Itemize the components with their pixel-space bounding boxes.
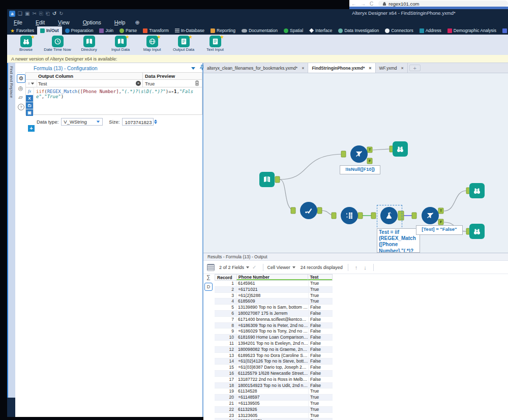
menu-options[interactable]: Options <box>76 18 108 26</box>
category-tab-spatial[interactable]: Spatial <box>281 26 306 35</box>
palette-tool-text-input[interactable]: ★Text Input <box>199 35 231 55</box>
data-view-icon[interactable]: D <box>204 283 213 291</box>
table-row[interactable]: 2+6171021True <box>215 287 333 293</box>
palette-tool-map-input[interactable]: ★Map Input <box>136 35 168 55</box>
category-tab-in-database[interactable]: In-Database <box>172 26 207 35</box>
table-row[interactable]: 16145961True <box>215 281 333 287</box>
test-column-header[interactable]: Test <box>308 275 332 280</box>
browser-address-bar[interactable]: regex101.com <box>378 1 508 7</box>
category-tab-connectors[interactable]: Connectors <box>382 26 416 35</box>
table-row[interactable]: 46185609True <box>215 298 333 305</box>
add-column-button[interactable]: + <box>28 125 35 132</box>
close-tab-icon[interactable]: × <box>369 66 371 71</box>
row-chevron-icon[interactable] <box>31 82 34 84</box>
scroll-up-icon[interactable]: ↑ <box>355 264 358 271</box>
new-workflow-icon[interactable]: ❏ <box>18 10 22 17</box>
connection[interactable] <box>280 154 345 179</box>
palette-tool-date-time-now[interactable]: ★Date Time Now <box>42 35 73 55</box>
clear-field-icon[interactable]: × <box>136 81 141 86</box>
table-row[interactable]: 21+61139505True <box>215 401 333 407</box>
record-column-header[interactable]: Record <box>215 275 236 280</box>
browser-forward-icon[interactable]: → <box>361 1 366 7</box>
workflow-tab[interactable]: FindStringinPhone.yxmd*× <box>308 63 375 73</box>
row-grip-icon[interactable]: ≡ <box>28 81 31 86</box>
category-tab-join[interactable]: Join <box>96 26 116 35</box>
workflow-tab[interactable]: WF.yxmd× <box>376 63 408 73</box>
cut-icon[interactable]: ✂ <box>32 10 36 17</box>
menu-help[interactable]: Help <box>108 18 132 26</box>
input-port[interactable] <box>341 151 346 157</box>
cell-viewer-dropdown[interactable]: Cell Viewer <box>267 265 290 270</box>
palette-tool-browse[interactable]: ★Browse <box>10 35 42 55</box>
scroll-down-icon[interactable]: ↓ <box>364 264 367 271</box>
browser-refresh-icon[interactable]: C <box>370 1 373 7</box>
table-row[interactable]: 1713187722 2nd no is Ross in MelbourneFa… <box>215 377 333 383</box>
category-tab-data-investigation[interactable]: Data Investigation <box>335 26 382 35</box>
globe-icon[interactable]: ⊕ <box>135 19 139 26</box>
workflow-tab[interactable]: alteryx_clean_filenames_for_bookmarks.yx… <box>203 63 308 73</box>
table-row[interactable]: 1961134528True <box>215 388 333 395</box>
input-port[interactable] <box>371 213 376 219</box>
table-row[interactable]: 9+6186029 Top no is Tony, 2nd no is Debo… <box>215 328 333 335</box>
table-row[interactable]: 15+61(03)8387 Dario top, Joseph 2nd no.F… <box>215 365 333 371</box>
annotation-formula[interactable]: Test = iif (REGEX_Match ([Phone Number],… <box>377 228 420 253</box>
output-column-value[interactable]: Test <box>38 81 136 86</box>
tool-browse-1[interactable] <box>393 141 408 157</box>
undo-icon[interactable]: ↺ <box>52 10 56 17</box>
table-row[interactable]: 20+61148597True <box>215 395 333 401</box>
palette-tool-input-data[interactable]: ★Input Data <box>105 35 136 55</box>
category-tab-reporting[interactable]: Reporting <box>207 26 238 35</box>
table-row[interactable]: 111394201 Top no is Eveleyn, 2nd no is M… <box>215 341 333 347</box>
input-port[interactable] <box>332 213 336 219</box>
gear-icon[interactable]: ⚙ <box>17 74 25 83</box>
variables-icon[interactable]: X <box>26 95 33 102</box>
table-row[interactable]: 1661125579 1/628 Newcastle Street Leeder… <box>215 371 333 377</box>
layers-icon[interactable] <box>207 264 215 271</box>
copy-icon[interactable]: ⎘ <box>39 10 43 17</box>
size-spinner[interactable] <box>154 119 157 124</box>
metadata-icon[interactable]: ∑ <box>206 274 215 280</box>
tool-browse-3[interactable] <box>469 224 485 239</box>
formula-expression[interactable]: iif(REGEX_Match([Phone Number],"(.*)?\s\… <box>34 87 202 114</box>
fields-dropdown[interactable]: 2 of 2 Fields <box>219 265 244 270</box>
collapse-chevron-icon[interactable] <box>191 67 195 70</box>
menu-view[interactable]: View <box>51 18 76 26</box>
formula-editor[interactable]: fx X 🗀 ▣ iif(REGEX_Match([Phone Number],… <box>25 87 202 115</box>
redo-icon[interactable]: ↻ <box>59 10 63 17</box>
functions-icon[interactable]: fx <box>26 88 33 95</box>
close-tab-icon[interactable]: × <box>302 66 304 71</box>
close-tab-icon[interactable]: × <box>401 66 404 71</box>
phone-column-header[interactable]: Phone Number <box>236 275 308 280</box>
output-port[interactable] <box>275 176 280 183</box>
tool-filter-2[interactable] <box>422 207 439 224</box>
connection[interactable] <box>444 191 466 211</box>
find-replace-tab[interactable]: Find and Replace <box>9 66 14 98</box>
menu-file[interactable]: File <box>7 18 29 26</box>
save-expression-icon[interactable]: ▣ <box>26 109 33 116</box>
tool-formula[interactable] <box>380 207 398 224</box>
alteryx-logo[interactable]: a <box>9 11 15 17</box>
tool-select[interactable] <box>300 202 317 219</box>
category-tab-address[interactable]: Address <box>416 26 444 35</box>
target-icon[interactable]: ◎ <box>17 84 24 92</box>
connection[interactable] <box>280 179 295 211</box>
open-expression-icon[interactable]: 🗀 <box>26 102 33 109</box>
tool-text-input[interactable] <box>259 172 275 187</box>
new-workflow-tab-button[interactable]: + <box>409 65 421 71</box>
connection[interactable] <box>373 149 390 150</box>
table-row[interactable]: 8+6186309 Top no is Peter, 2nd no is Adr… <box>215 323 333 329</box>
apply-check-icon[interactable]: ✓ <box>252 264 256 270</box>
tool-data-cleansing[interactable] <box>341 207 358 224</box>
category-tab-transform[interactable]: Transform <box>140 26 171 35</box>
output-port[interactable] <box>358 213 363 219</box>
tool-filter-1[interactable] <box>350 145 368 163</box>
annotation-test-false[interactable]: [Test] = "False" <box>416 225 463 235</box>
table-row[interactable]: 181800154923 Top no is Udit, 2nd no is N… <box>215 383 333 389</box>
delete-column-icon[interactable] <box>195 80 199 86</box>
table-row[interactable]: 2261132926True <box>215 407 333 413</box>
workflow-canvas[interactable]: T F T F !IsNull([F10]) <box>203 73 508 253</box>
results-table-header[interactable]: Record Phone Number Test <box>215 274 333 281</box>
table-row[interactable]: 12180098082 Top no is Graeme, 2nd no. is… <box>215 347 333 353</box>
category-tab-interface[interactable]: Interface <box>306 26 335 35</box>
category-tab-preparation[interactable]: Preparation <box>62 26 97 35</box>
